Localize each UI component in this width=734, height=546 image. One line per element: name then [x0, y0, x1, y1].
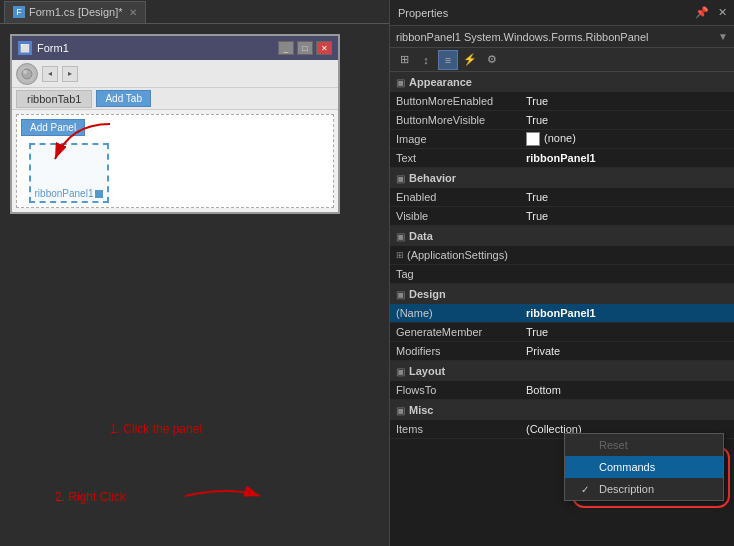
form-title-icon: ⬜: [18, 41, 32, 55]
section-layout[interactable]: ▣ Layout: [390, 361, 734, 381]
alphabetical-view-button[interactable]: ↕: [416, 50, 436, 70]
dropdown-arrow-icon: ▼: [718, 31, 728, 42]
prop-row-image: Image (none): [390, 130, 734, 149]
toggle-behavior-icon: ▣: [396, 173, 405, 184]
ctx-check-description: ✓: [581, 484, 595, 495]
object-selector-text: ribbonPanel1 System.Windows.Forms.Ribbon…: [396, 31, 718, 43]
ribbon-tool-2[interactable]: ▸: [62, 66, 78, 82]
section-appearance[interactable]: ▣ Appearance: [390, 72, 734, 92]
maximize-button[interactable]: □: [297, 41, 313, 55]
ribbon-orb[interactable]: [16, 63, 38, 85]
section-behavior-label: Behavior: [409, 172, 456, 184]
right-click-arrow: [180, 476, 270, 516]
section-design-label: Design: [409, 288, 446, 300]
toggle-data-icon: ▣: [396, 231, 405, 242]
header-icons: 📌 ✕: [694, 5, 734, 21]
panel-resize-handle[interactable]: [95, 190, 103, 198]
right-click-instruction: 2. Right Click: [55, 490, 126, 504]
tab-icon: F: [13, 6, 25, 18]
events-view-button[interactable]: ⚡: [460, 50, 480, 70]
ctx-commands[interactable]: Commands: [565, 456, 723, 478]
ribbon-toolbar: ◂ ▸: [12, 60, 338, 88]
form-title: Form1: [37, 42, 278, 54]
svg-point-0: [22, 69, 32, 79]
properties-header: Properties 📌 ✕: [390, 0, 734, 26]
minimize-button[interactable]: _: [278, 41, 294, 55]
add-tab-button[interactable]: Add Tab: [96, 90, 151, 107]
prop-row-visible: Visible True: [390, 207, 734, 226]
prop-row-generatemember: GenerateMember True: [390, 323, 734, 342]
section-appearance-label: Appearance: [409, 76, 472, 88]
click-instruction: 1. Click the panel: [110, 422, 202, 436]
ribbon-tab-1[interactable]: ribbonTab1: [16, 90, 92, 108]
pin-icon[interactable]: 📌: [694, 5, 710, 21]
properties-title: Properties: [390, 7, 694, 19]
tab-bar: F Form1.cs [Design]* ✕: [0, 0, 389, 24]
section-misc[interactable]: ▣ Misc: [390, 400, 734, 420]
click-arrow: [40, 114, 120, 174]
svg-point-1: [23, 70, 27, 74]
close-icon[interactable]: ✕: [714, 5, 730, 21]
form-controls: _ □ ✕: [278, 41, 332, 55]
prop-row-buttonmorevisible: ButtonMoreVisible True: [390, 111, 734, 130]
section-misc-label: Misc: [409, 404, 433, 416]
section-data-label: Data: [409, 230, 433, 242]
section-design[interactable]: ▣ Design: [390, 284, 734, 304]
prop-row-appsettings: ⊞(ApplicationSettings): [390, 246, 734, 265]
ribbon-panel-label: ribbonPanel1: [35, 188, 104, 201]
prop-row-enabled: Enabled True: [390, 188, 734, 207]
prop-toolbar: ⊞ ↕ ≡ ⚡ ⚙: [390, 48, 734, 72]
ribbon-tool-1[interactable]: ◂: [42, 66, 58, 82]
prop-row-flowsto: FlowsTo Bottom: [390, 381, 734, 400]
section-behavior[interactable]: ▣ Behavior: [390, 168, 734, 188]
prop-row-modifiers: Modifiers Private: [390, 342, 734, 361]
form-titlebar: ⬜ Form1 _ □ ✕: [12, 36, 338, 60]
toggle-layout-icon: ▣: [396, 366, 405, 377]
image-swatch: [526, 132, 540, 146]
tab-form1-design[interactable]: F Form1.cs [Design]* ✕: [4, 1, 146, 23]
toggle-misc-icon: ▣: [396, 405, 405, 416]
tab-label: Form1.cs [Design]*: [29, 6, 123, 18]
toggle-appearance-icon: ▣: [396, 77, 405, 88]
section-layout-label: Layout: [409, 365, 445, 377]
ribbon-tab-strip: ribbonTab1 Add Tab: [12, 88, 338, 110]
properties-view-button[interactable]: ≡: [438, 50, 458, 70]
object-selector[interactable]: ribbonPanel1 System.Windows.Forms.Ribbon…: [390, 26, 734, 48]
prop-row-text: Text ribbonPanel1: [390, 149, 734, 168]
right-panel: Properties 📌 ✕ ribbonPanel1 System.Windo…: [390, 0, 734, 546]
ctx-reset[interactable]: Reset: [565, 434, 723, 456]
categorized-view-button[interactable]: ⊞: [394, 50, 414, 70]
left-panel: F Form1.cs [Design]* ✕ ⬜ Form1 _ □ ✕: [0, 0, 390, 546]
settings-button[interactable]: ⚙: [482, 50, 502, 70]
prop-row-name[interactable]: (Name) ribbonPanel1: [390, 304, 734, 323]
ctx-description[interactable]: ✓ Description: [565, 478, 723, 500]
prop-row-tag: Tag: [390, 265, 734, 284]
tab-close-icon[interactable]: ✕: [129, 7, 137, 18]
context-menu: Reset Commands ✓ Description: [564, 433, 724, 501]
close-button[interactable]: ✕: [316, 41, 332, 55]
designer-area: ⬜ Form1 _ □ ✕ ◂ ▸: [0, 24, 389, 546]
prop-row-buttonmoreenabled: ButtonMoreEnabled True: [390, 92, 734, 111]
toggle-design-icon: ▣: [396, 289, 405, 300]
section-data[interactable]: ▣ Data: [390, 226, 734, 246]
